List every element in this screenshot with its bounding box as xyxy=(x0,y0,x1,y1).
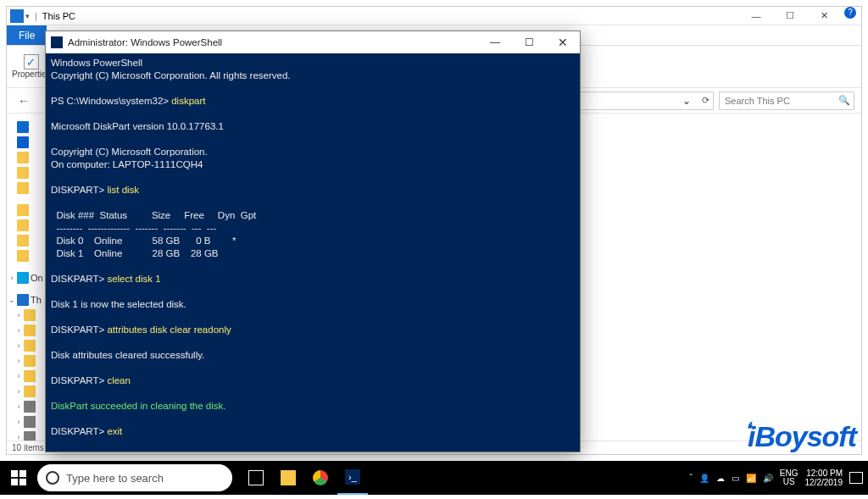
task-view-button[interactable] xyxy=(241,461,271,495)
volume-icon[interactable]: 🔊 xyxy=(763,474,773,483)
onedrive-tray-icon[interactable]: ☁ xyxy=(716,474,725,483)
explorer-titlebar[interactable]: ▾ | This PC — ☐ ✕ ? xyxy=(7,7,861,25)
help-icon[interactable]: ? xyxy=(844,7,856,19)
folder-icon xyxy=(24,340,36,352)
svg-rect-0 xyxy=(11,470,18,477)
pc-icon xyxy=(17,294,29,306)
explorer-app-icon xyxy=(10,9,24,23)
maximize-button[interactable]: ☐ xyxy=(773,7,807,25)
lang-secondary: US xyxy=(783,478,795,486)
folder-icon xyxy=(17,167,29,179)
videos-icon xyxy=(24,401,36,413)
start-button[interactable] xyxy=(0,461,37,495)
cortana-icon xyxy=(46,471,59,485)
folder-icon xyxy=(24,385,36,397)
taskbar: Type here to search ›_ ˆ 👤 ☁ ▭ 📶 🔊 ENG U… xyxy=(0,461,868,495)
window-title: Administrator: Windows PowerShell xyxy=(68,37,222,47)
onedrive-icon xyxy=(17,272,29,284)
clock-date: 12/2/2019 xyxy=(805,478,843,487)
language-indicator[interactable]: ENG US xyxy=(780,469,798,486)
powershell-icon xyxy=(51,36,63,48)
maximize-button[interactable]: ☐ xyxy=(512,31,546,53)
drive-icon xyxy=(24,431,36,441)
taskbar-apps: ›_ xyxy=(241,461,368,495)
search-icon[interactable]: 🔍 xyxy=(838,95,850,106)
terminal-output[interactable]: Windows PowerShell Copyright (C) Microso… xyxy=(46,53,580,452)
svg-rect-1 xyxy=(19,470,26,477)
people-icon[interactable]: 👤 xyxy=(699,474,709,483)
folder-icon xyxy=(17,152,29,164)
system-tray: ˆ 👤 ☁ ▭ 📶 🔊 ENG US 12:00 PM 12/2/2019 xyxy=(689,469,868,487)
folder-icon xyxy=(17,182,29,194)
sidebar-item-label: On xyxy=(31,273,43,283)
nav-tree[interactable]: On Th US xyxy=(7,114,46,441)
action-center-icon[interactable] xyxy=(849,472,863,484)
svg-rect-3 xyxy=(19,479,26,485)
minimize-button[interactable]: — xyxy=(478,31,512,53)
search-placeholder: Search This PC xyxy=(725,96,790,106)
window-title: This PC xyxy=(42,11,75,21)
powershell-window: Administrator: Windows PowerShell — ☐ ✕ … xyxy=(45,30,581,452)
folder-icon xyxy=(17,204,29,216)
powershell-taskbar[interactable]: ›_ xyxy=(337,461,368,495)
search-placeholder: Type here to search xyxy=(66,472,164,485)
windows-logo-icon xyxy=(11,470,26,485)
tray-chevron-icon[interactable]: ˆ xyxy=(689,474,692,483)
close-button[interactable]: ✕ xyxy=(546,31,580,53)
item-count: 10 items xyxy=(12,443,44,452)
minimize-button[interactable]: — xyxy=(739,7,773,25)
folder-icon xyxy=(24,324,36,336)
device-icon xyxy=(17,121,29,133)
nav-back-button[interactable]: ← xyxy=(14,91,34,111)
wifi-icon[interactable]: 📶 xyxy=(746,474,756,483)
powershell-titlebar[interactable]: Administrator: Windows PowerShell — ☐ ✕ xyxy=(46,31,580,53)
music-icon xyxy=(24,370,36,382)
folder-icon xyxy=(17,235,29,247)
address-dropdown-icon[interactable]: ⌄ xyxy=(682,95,691,107)
svg-rect-2 xyxy=(11,479,18,485)
taskbar-search[interactable]: Type here to search xyxy=(37,464,232,491)
folder-icon xyxy=(17,219,29,231)
titlebar-separator: | xyxy=(35,11,37,21)
folder-icon xyxy=(24,355,36,367)
search-input[interactable]: Search This PC 🔍 xyxy=(719,91,854,110)
folder-icon xyxy=(24,309,36,321)
drive-icon xyxy=(24,416,36,428)
refresh-icon[interactable]: ⟳ xyxy=(702,95,709,106)
clock-time: 12:00 PM xyxy=(806,469,843,478)
watermark-logo: iBoysoft xyxy=(743,420,856,453)
checkmark-icon: ✓ xyxy=(24,54,39,69)
clock[interactable]: 12:00 PM 12/2/2019 xyxy=(805,469,843,487)
battery-icon[interactable]: ▭ xyxy=(732,474,739,483)
download-arrow-icon xyxy=(17,136,29,148)
close-button[interactable]: ✕ xyxy=(807,7,841,25)
sidebar-item-label: Th xyxy=(31,295,42,305)
file-tab[interactable]: File xyxy=(7,25,47,45)
folder-icon xyxy=(17,250,29,262)
chrome-taskbar[interactable] xyxy=(305,461,336,495)
qat-dropdown-icon[interactable]: ▾ xyxy=(25,12,30,20)
file-explorer-taskbar[interactable] xyxy=(273,461,303,495)
